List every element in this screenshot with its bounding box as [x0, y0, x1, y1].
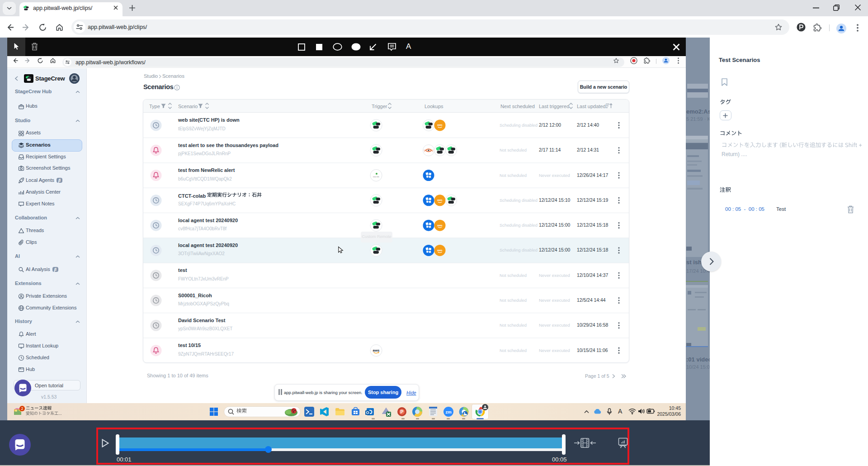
- svg-text:aws: aws: [437, 249, 443, 252]
- svg-text:aws: aws: [437, 199, 443, 201]
- svg-text:2: 2: [21, 406, 23, 411]
- svg-text:zm: zm: [445, 409, 451, 414]
- svg-text:P: P: [400, 409, 403, 414]
- svg-text:aws: aws: [437, 124, 443, 126]
- svg-text:new relic: new relic: [373, 176, 379, 178]
- svg-text:O: O: [366, 410, 369, 415]
- svg-text:aws: aws: [373, 348, 380, 352]
- svg-text:aws: aws: [437, 224, 443, 227]
